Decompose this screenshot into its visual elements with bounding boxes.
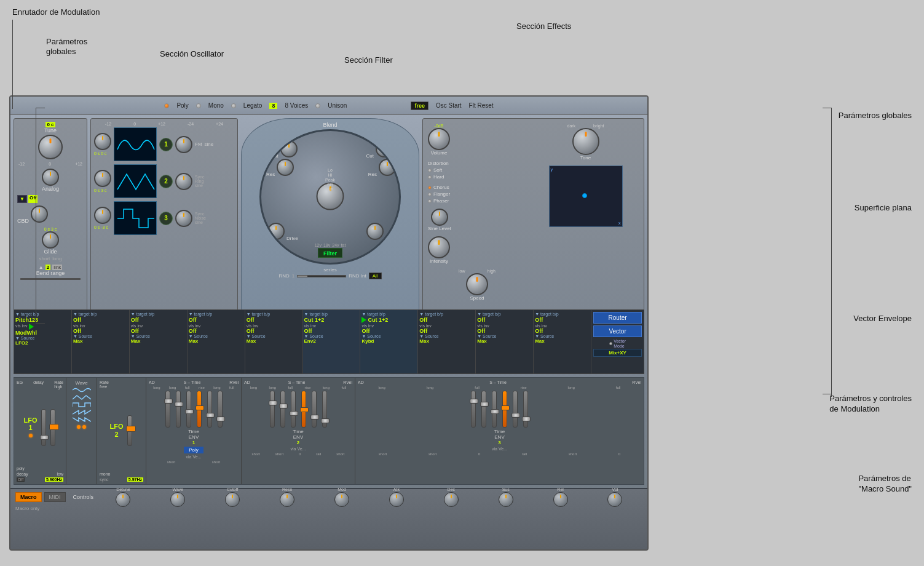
cell7-source[interactable]: Max — [419, 338, 474, 344]
cell4-val1[interactable]: Off — [247, 317, 301, 323]
env1-vel-slider[interactable] — [218, 391, 223, 428]
env1-r-slider[interactable] — [207, 391, 212, 428]
mix-xy-label[interactable]: Mix+XY — [593, 349, 642, 357]
cell0-source[interactable]: LFO2 — [15, 340, 70, 346]
macro-reso-knob[interactable] — [280, 492, 294, 507]
xy-cursor[interactable] — [582, 193, 587, 198]
cell8-val2[interactable]: Off — [477, 328, 532, 334]
cell5-val1[interactable]: Cut 1+2 — [304, 317, 359, 323]
cell2-source[interactable]: Max — [131, 338, 186, 344]
macro-atk-knob[interactable] — [389, 492, 404, 507]
mono-radio[interactable] — [196, 103, 201, 108]
cell3-source[interactable]: Max — [189, 338, 243, 344]
cell5-source[interactable]: Env2 — [304, 338, 359, 344]
soft-radio[interactable] — [428, 169, 432, 172]
glide-knob[interactable] — [42, 231, 59, 249]
macro-tab[interactable]: Macro — [15, 492, 42, 502]
cell6-val2[interactable]: Off — [361, 328, 416, 334]
cell2-val2[interactable]: Off — [131, 328, 186, 334]
sine-level-knob[interactable] — [431, 209, 448, 226]
chorus-radio[interactable] — [428, 186, 432, 189]
xy-pad[interactable]: y x — [549, 165, 623, 227]
all-btn[interactable]: All — [369, 273, 382, 279]
macro-vol-knob[interactable] — [607, 492, 622, 507]
env3-r-slider[interactable] — [513, 391, 518, 428]
tune-knob[interactable] — [38, 135, 63, 159]
macro-sus-knob[interactable] — [499, 492, 513, 507]
wave-sine-icon[interactable] — [73, 387, 91, 393]
env3-d-slider[interactable] — [481, 391, 486, 428]
macro-rel-knob[interactable] — [553, 492, 568, 507]
legato-radio[interactable] — [231, 103, 236, 108]
env2-vel-slider[interactable] — [322, 391, 327, 428]
macro-dec-knob[interactable] — [444, 492, 459, 507]
cut2-knob[interactable] — [376, 140, 393, 157]
cell1-source[interactable]: Max — [73, 338, 128, 344]
bend-value[interactable]: 2 — [45, 265, 50, 270]
env1-s-slider[interactable] — [186, 391, 191, 428]
flanger-radio[interactable] — [428, 193, 432, 196]
fm-knob[interactable] — [366, 223, 384, 240]
unison-radio[interactable] — [315, 103, 320, 108]
cell2-val1[interactable]: Off — [131, 317, 186, 323]
cell0-val2[interactable]: ModWhl — [15, 330, 70, 336]
cell6-source[interactable]: Kybd — [361, 338, 416, 344]
env2-s-slider[interactable] — [291, 391, 296, 428]
volume-knob[interactable] — [428, 128, 450, 150]
env3-vel-slider[interactable] — [523, 391, 528, 428]
cell8-val1[interactable]: Off — [477, 317, 532, 323]
osc1-tune-knob[interactable] — [94, 133, 111, 150]
lfo1-off-label[interactable]: Off — [17, 477, 25, 482]
voices-value[interactable]: 8 — [269, 103, 277, 109]
cbd-dropdown[interactable]: ▼ — [17, 195, 27, 203]
vector-mode-radio[interactable] — [609, 342, 612, 345]
env2-sustain-slider[interactable] — [301, 391, 306, 428]
res2-knob[interactable] — [379, 159, 396, 176]
osc3-tune-knob[interactable] — [94, 207, 111, 224]
osc3-fm-knob[interactable] — [175, 210, 192, 227]
tune-value[interactable]: 0 c — [45, 122, 55, 127]
hard-radio[interactable] — [428, 175, 432, 179]
analog-knob[interactable] — [42, 169, 59, 186]
bend-slider[interactable] — [20, 278, 80, 280]
poly-radio[interactable] — [164, 103, 169, 108]
midi-tab[interactable]: MIDI — [44, 492, 66, 502]
cell9-source[interactable]: Max — [535, 338, 590, 344]
vector-button[interactable]: Vector — [593, 325, 642, 337]
env2-a-slider[interactable] — [270, 391, 275, 428]
macro-wave-knob[interactable] — [170, 492, 185, 507]
env3-sustain-slider[interactable] — [502, 391, 507, 428]
macro-mod-knob[interactable] — [334, 492, 349, 507]
res1-knob[interactable] — [277, 159, 294, 176]
cell0-val1[interactable]: Pitch123 — [15, 317, 70, 323]
phaser-radio[interactable] — [428, 199, 432, 203]
osc1-fm-knob[interactable] — [175, 136, 192, 153]
wave-ramp-icon[interactable] — [73, 417, 91, 423]
wave-saw-icon[interactable] — [73, 409, 91, 415]
lfo1-rate-slider[interactable] — [50, 409, 55, 446]
cell4-source[interactable]: Max — [247, 338, 301, 344]
cell3-val1[interactable]: Off — [189, 317, 243, 323]
lfo1-eg-slider[interactable] — [41, 409, 46, 446]
env1-sustain-slider[interactable] — [197, 391, 202, 428]
lfo2-rate-slider[interactable] — [127, 415, 132, 446]
cut1-knob[interactable] — [280, 140, 298, 157]
cell5-val2[interactable]: Off — [304, 328, 359, 334]
macro-detune-knob[interactable] — [116, 492, 130, 507]
macro-cutoff-knob[interactable] — [225, 492, 240, 507]
cell6-val1[interactable]: Cut 1+2 — [368, 317, 388, 323]
cell9-val1[interactable]: Off — [535, 317, 590, 323]
env1-poly-btn[interactable]: Poly — [184, 447, 203, 453]
env1-d-slider[interactable] — [176, 391, 181, 428]
glide-value[interactable]: 0 s 3 c — [44, 227, 57, 231]
env2-r-slider[interactable] — [312, 391, 317, 428]
env3-s-slider[interactable] — [492, 391, 497, 428]
wave-tri-icon[interactable] — [73, 394, 91, 401]
cell8-source[interactable]: Max — [477, 338, 532, 344]
osc2-fm-knob[interactable] — [175, 173, 192, 190]
cell9-val2[interactable]: Off — [535, 328, 590, 334]
cell1-val1[interactable]: Off — [73, 317, 128, 323]
cell7-val2[interactable]: Off — [419, 328, 474, 334]
osc2-tune-knob[interactable] — [94, 170, 111, 187]
env2-d-slider[interactable] — [280, 391, 285, 428]
